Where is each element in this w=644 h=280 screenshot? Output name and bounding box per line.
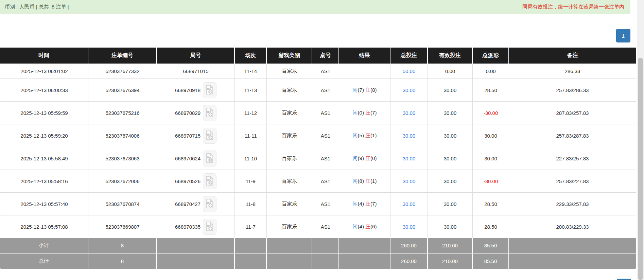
player-result-value: (8) <box>358 178 366 184</box>
total-bet-cell: 30.00 <box>390 124 428 147</box>
bet-id-cell: 523037669807 <box>88 215 157 238</box>
total-bet-link[interactable]: 30.00 <box>403 201 416 207</box>
round-number-group: 668970829 <box>158 105 233 121</box>
scrollbar-track[interactable] <box>637 0 644 280</box>
page-button[interactable]: 1 <box>616 29 630 42</box>
video-replay-button[interactable] <box>203 151 216 167</box>
video-file-icon <box>205 221 214 232</box>
valid-bet-cell: 30.00 <box>428 170 473 193</box>
player-result-label: 闲 <box>353 178 358 184</box>
session-cell: 11-10 <box>235 147 267 170</box>
total-bet-link[interactable]: 30.00 <box>403 156 416 161</box>
time-cell: 2025-12-13 05:59:20 <box>0 124 88 147</box>
header-cell-payout: 总派彩 <box>473 48 509 64</box>
header-cell-bet_id: 注单编号 <box>88 48 157 64</box>
banker-result-label: 庄 <box>365 201 370 207</box>
table-row: 2025-12-13 06:01:02523037677332668971015… <box>0 64 636 79</box>
round-number: 668970526 <box>175 178 201 184</box>
table-row: 2025-12-13 05:59:59523037675216668970829… <box>0 102 636 124</box>
game-type-cell: 百家乐 <box>267 147 312 170</box>
totals-payout-cell: 85.50 <box>473 238 509 253</box>
table-no-cell: AS1 <box>312 147 339 170</box>
banker-result-value: (8) <box>370 87 377 93</box>
remark-cell: 257.83/287.83 <box>509 124 636 147</box>
totals-empty-cell <box>235 238 267 253</box>
total-bet-link[interactable]: 30.00 <box>403 110 416 116</box>
total-bet-cell: 30.00 <box>390 193 428 215</box>
round-cell: 668970715 <box>157 124 235 147</box>
video-replay-button[interactable] <box>203 219 216 235</box>
valid-bet-cell: 30.00 <box>428 147 473 170</box>
effective-bet-note: 同局有效投注，统一计算在该局第一张注单内 <box>522 4 624 10</box>
result-cell: 闲(5) 庄(1) <box>339 124 390 147</box>
totals-empty-cell <box>339 253 390 269</box>
video-replay-button[interactable] <box>203 82 216 98</box>
game-type-cell: 百家乐 <box>267 124 312 147</box>
game-type-cell: 百家乐 <box>267 79 312 102</box>
remark-cell: 200.83/229.33 <box>509 215 636 238</box>
totals-count-cell: 8 <box>88 253 157 269</box>
game-type-cell: 百家乐 <box>267 102 312 124</box>
result-cell: 闲(9) 庄(0) <box>339 147 390 170</box>
round-number: 668970427 <box>175 201 201 207</box>
table-row: 2025-12-13 05:58:16523037672006668970526… <box>0 170 636 193</box>
remark-cell: 287.83/257.83 <box>509 102 636 124</box>
video-replay-button[interactable] <box>203 173 216 189</box>
round-number-group: 668970526 <box>158 173 233 189</box>
payout-cell: -30.00 <box>473 170 509 193</box>
payout-cell: 0.00 <box>473 64 509 79</box>
table-row: 2025-12-13 05:59:20523037674006668970715… <box>0 124 636 147</box>
totals-empty-cell <box>157 238 235 253</box>
banker-result-value: (0) <box>370 155 377 161</box>
total-bet-cell: 30.00 <box>390 147 428 170</box>
round-number-group: 668971015 <box>158 68 233 74</box>
scrollbar-thumb[interactable] <box>638 58 643 280</box>
total-bet-link[interactable]: 30.00 <box>403 87 416 93</box>
totals-empty-cell <box>312 253 339 269</box>
video-file-icon <box>205 153 214 164</box>
totals-total-bet-cell: 260.00 <box>390 253 428 269</box>
valid-bet-cell: 30.00 <box>428 79 473 102</box>
total-bet-link[interactable]: 30.00 <box>403 178 416 184</box>
bet-id-cell: 523037675216 <box>88 102 157 124</box>
time-cell: 2025-12-13 05:59:59 <box>0 102 88 124</box>
totals-empty-cell <box>312 238 339 253</box>
result-cell <box>339 64 390 79</box>
video-replay-button[interactable] <box>203 196 216 212</box>
video-file-icon <box>205 130 214 141</box>
round-number-group: 668970335 <box>158 219 233 235</box>
total-bet-link[interactable]: 30.00 <box>403 224 416 230</box>
bet-id-cell: 523037672006 <box>88 170 157 193</box>
totals-valid-bet-cell: 210.00 <box>428 238 473 253</box>
total-bet-link[interactable]: 30.00 <box>403 133 416 139</box>
totals-label-cell: 总计 <box>0 253 88 269</box>
time-cell: 2025-12-13 05:57:40 <box>0 193 88 215</box>
currency-summary-text: 币别 : 人民币 | 总共 :8 注单 | <box>5 4 69 10</box>
banker-result-value: (1) <box>370 133 377 138</box>
video-replay-button[interactable] <box>203 105 216 121</box>
result-cell: 闲(0) 庄(7) <box>339 102 390 124</box>
bottom-page-button[interactable]: 1 <box>617 279 631 280</box>
player-result-value: (0) <box>358 110 366 116</box>
round-cell: 668970427 <box>157 193 235 215</box>
game-type-cell: 百家乐 <box>267 64 312 79</box>
remark-cell: 257.83/286.33 <box>509 79 636 102</box>
time-cell: 2025-12-13 06:00:33 <box>0 79 88 102</box>
round-number: 668970715 <box>175 133 201 139</box>
remark-cell: 286.33 <box>509 64 636 79</box>
remark-cell: 229.33/257.83 <box>509 193 636 215</box>
session-cell: 11-8 <box>235 193 267 215</box>
table-no-cell: AS1 <box>312 124 339 147</box>
banker-result-label: 庄 <box>365 87 370 93</box>
valid-bet-cell: 30.00 <box>428 193 473 215</box>
totals-empty-cell <box>509 238 636 253</box>
total-bet-link[interactable]: 50.00 <box>403 68 416 74</box>
banker-result-label: 庄 <box>365 110 370 116</box>
video-replay-button[interactable] <box>203 128 216 144</box>
totals-empty-cell <box>235 253 267 269</box>
session-cell: 11-11 <box>235 124 267 147</box>
total-bet-cell: 30.00 <box>390 102 428 124</box>
game-type-cell: 百家乐 <box>267 215 312 238</box>
table-header: 时间注单编号局号场次游戏类别桌号结果总投注有效投注总派彩备注 <box>0 48 636 64</box>
bet-id-cell: 523037673063 <box>88 147 157 170</box>
